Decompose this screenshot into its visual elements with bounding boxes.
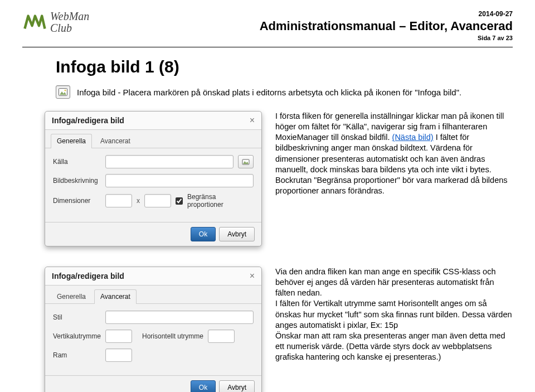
cancel-button-2[interactable]: Avbryt xyxy=(219,380,255,392)
constrain-checkbox[interactable] xyxy=(176,197,183,205)
dialog-tabs-2: Generella Avancerat xyxy=(45,285,261,304)
browse-icon xyxy=(242,158,250,166)
browse-button[interactable] xyxy=(238,155,254,168)
height-input[interactable] xyxy=(144,194,171,207)
section-2: Infoga/redigera bild × Generella Avancer… xyxy=(45,267,513,392)
intro-row: Infoga bild - Placera markören på önskad… xyxy=(56,85,513,99)
desc1-a: I första fliken för generella inställnin… xyxy=(275,112,504,142)
tab-advanced-2[interactable]: Avancerat xyxy=(94,289,137,304)
tab-general-2[interactable]: Generella xyxy=(51,289,92,304)
label-source: Källa xyxy=(53,158,101,166)
header-right: 2014-09-27 Administrationsmanual – Edito… xyxy=(260,10,513,41)
cancel-button[interactable]: Avbryt xyxy=(219,227,255,241)
dialog-title: Infoga/redigera bild xyxy=(52,116,124,125)
logo: WebMan Club xyxy=(22,10,89,35)
dialog-tabs: Generella Avancerat xyxy=(45,130,261,148)
tab-general[interactable]: Generella xyxy=(51,134,92,148)
svg-point-2 xyxy=(65,90,66,91)
desc-input[interactable] xyxy=(105,174,254,187)
row-space: Vertikalutrymme Horisontellt utrymme xyxy=(53,330,254,343)
dialog-title-2: Infoga/redigera bild xyxy=(52,272,124,280)
header-rule xyxy=(22,47,513,47)
row-border: Ram xyxy=(53,349,254,362)
constrain-label: Begränsa proportioner xyxy=(187,193,254,209)
desc-1: I första fliken för generella inställnin… xyxy=(275,111,513,196)
dialog-titlebar-2: Infoga/redigera bild × xyxy=(45,267,261,285)
style-input[interactable] xyxy=(105,311,254,324)
doc-date: 2014-09-27 xyxy=(260,10,513,18)
logo-line1: WebMan xyxy=(50,11,89,22)
logo-text: WebMan Club xyxy=(50,11,89,34)
logo-icon xyxy=(22,10,47,35)
row-style: Stil xyxy=(53,311,254,324)
section-1: Infoga/redigera bild × Generella Avancer… xyxy=(45,111,513,246)
label-dims: Dimensioner xyxy=(53,197,101,205)
hspace-input[interactable] xyxy=(208,330,235,343)
row-source: Källa xyxy=(53,155,254,168)
ok-button[interactable]: Ok xyxy=(191,227,216,241)
dialog-general: Infoga/redigera bild × Generella Avancer… xyxy=(45,111,262,246)
label-hspace: Horisontellt utrymme xyxy=(142,332,203,340)
row-dims: Dimensioner x Begränsa proportioner xyxy=(53,193,254,209)
label-vspace: Vertikalutrymme xyxy=(53,332,101,340)
dialog-body-2: Stil Vertikalutrymme Horisontellt utrymm… xyxy=(45,304,261,375)
close-icon[interactable]: × xyxy=(250,116,255,125)
dialog-footer-2: Ok Avbryt xyxy=(45,375,261,392)
label-border: Ram xyxy=(53,351,101,359)
label-style: Stil xyxy=(53,313,101,321)
next-image-link[interactable]: (Nästa bild) xyxy=(392,133,434,142)
doc-title: Administrationsmanual – Editor, Avancera… xyxy=(260,19,513,33)
row-desc: Bildbeskrivning xyxy=(53,174,254,187)
close-icon-2[interactable]: × xyxy=(250,272,255,280)
page-title: Infoga bild 1 (8) xyxy=(56,57,513,76)
dialog-footer: Ok Avbryt xyxy=(45,222,261,246)
logo-line2: Club xyxy=(50,22,89,34)
page-header: WebMan Club 2014-09-27 Administrationsma… xyxy=(22,10,513,41)
ok-button-2[interactable]: Ok xyxy=(191,380,216,392)
tab-advanced[interactable]: Avancerat xyxy=(94,134,137,148)
intro-text: Infoga bild - Placera markören på önskad… xyxy=(77,88,461,97)
desc1-b: I fältet för bildbeskrivning anger man ö… xyxy=(275,133,508,195)
label-desc: Bildbeskrivning xyxy=(53,177,101,185)
vspace-input[interactable] xyxy=(105,330,132,343)
width-input[interactable] xyxy=(105,194,132,207)
dims-x: x xyxy=(137,197,140,205)
source-input[interactable] xyxy=(105,155,234,168)
dialog-advanced: Infoga/redigera bild × Generella Avancer… xyxy=(45,267,262,392)
border-input[interactable] xyxy=(105,349,132,362)
insert-image-icon xyxy=(56,85,70,99)
dialog-titlebar: Infoga/redigera bild × xyxy=(45,112,261,130)
dialog-body: Källa Bildbeskrivning Dimensioner x xyxy=(45,148,261,222)
page-number: Sida 7 av 23 xyxy=(260,35,513,41)
desc-2: Via den andra fliken kan man ange en spe… xyxy=(275,267,513,362)
